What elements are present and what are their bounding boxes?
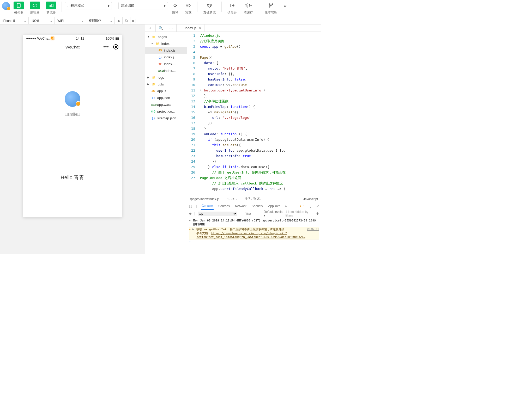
caret-down-icon: ⌄	[50, 19, 52, 23]
tree-label: sitemap.json	[157, 116, 176, 120]
devtools-tabs: ⬚ | Console Sources Network Security App…	[187, 202, 321, 210]
motto-label: Hello 青青	[61, 174, 84, 181]
tree-file-indexwxss[interactable]: wxssindex.…	[145, 67, 187, 74]
version-button[interactable]: 版本管理	[262, 2, 280, 15]
tab-security[interactable]: Security	[251, 202, 263, 210]
more-button[interactable]: »	[281, 2, 289, 9]
refresh-icon: ⟳	[173, 2, 177, 9]
tab-appdata[interactable]: AppData	[268, 202, 281, 210]
user-avatar[interactable]	[2, 2, 10, 10]
warn-badge[interactable]: ▲ 1	[299, 204, 305, 208]
simulator-pane: ●●●●● WeChat 📶 14:12 100% ▮▮ WeChat ••• …	[0, 24, 145, 254]
console-row[interactable]: ▼ Mon Jun 03 2019 14:12:54 GMT+0800 (CST…	[189, 218, 319, 227]
preview-button[interactable]: 预览	[183, 2, 194, 15]
more-tabs-icon[interactable]: »	[285, 204, 287, 208]
mute-icon[interactable]: 🕩	[115, 17, 123, 24]
context-select[interactable]: top	[198, 212, 237, 216]
collapse-icon[interactable]: ⇤|	[130, 17, 138, 24]
real-device-label: 真机调试	[203, 10, 216, 15]
clear-cache-button[interactable]: ▾ 清缓存	[241, 2, 256, 15]
code-editor[interactable]: 1234567891011121314151617181920212223242…	[187, 32, 321, 254]
tree-file-appjs[interactable]: JSapp.js	[145, 88, 187, 94]
simop-select[interactable]: 模拟操作⌄	[86, 17, 115, 24]
detach-icon[interactable]: ⧉	[123, 17, 130, 24]
devtools-dock-icon[interactable]: ⤢	[316, 204, 319, 208]
editor-button[interactable]: 编辑器	[28, 2, 42, 15]
log-link[interactable]: appservice?t=1559542373459:1099	[262, 219, 316, 222]
close-icon[interactable]: ×	[199, 26, 201, 30]
network-select[interactable]: WiFi⌄	[55, 17, 86, 24]
mode-select[interactable]: 小程序模式 ▾	[65, 2, 112, 9]
log-title: 接口调整	[193, 223, 205, 226]
caret-down-icon: ▾	[108, 4, 110, 8]
devtools-menu-icon[interactable]: ⋮	[309, 204, 312, 208]
status-path: /pages/index/index.js	[190, 197, 219, 201]
svg-point-4	[188, 5, 189, 6]
warn-url[interactable]: https://developers.weixin.qq.com/blogdet…	[196, 232, 305, 239]
warn-source[interactable]: VM363:1	[307, 227, 319, 231]
menu-dots-icon[interactable]: •••	[103, 44, 109, 50]
separator	[62, 2, 62, 12]
real-device-button[interactable]: 真机调试	[201, 2, 218, 15]
layers-icon: ▾	[245, 2, 252, 9]
tree-folder-index[interactable]: ▼📁index	[145, 40, 187, 47]
branch-icon	[268, 2, 274, 9]
filter-input[interactable]	[243, 211, 261, 216]
bug-icon	[207, 2, 212, 9]
debugger-button[interactable]: 调试器	[44, 2, 58, 15]
tree-file-indexjs[interactable]: JSindex.js	[145, 47, 187, 54]
gear-icon[interactable]: ⚙	[316, 212, 319, 215]
tree-folder-utils[interactable]: ▶📁utils	[145, 81, 187, 88]
close-target-icon[interactable]	[113, 44, 118, 50]
tree-label: index	[161, 42, 170, 46]
console-prompt[interactable]: ›	[189, 239, 319, 244]
tree-file-appwxss[interactable]: wxssapp.wxss	[145, 101, 187, 108]
background-label: 切后台	[227, 10, 237, 15]
exit-icon	[230, 2, 235, 9]
svg-point-8	[272, 4, 273, 5]
compile-button[interactable]: ⟳ 编译	[170, 2, 181, 15]
tree-file-indexjson[interactable]: { }index.j…	[145, 54, 187, 60]
hidden-label: 1 item hidden by filters	[285, 210, 313, 217]
tab-sources[interactable]: Sources	[218, 202, 230, 210]
clear-cache-label: 清缓存	[244, 10, 253, 15]
console-filter-bar: ⊘ | top | Default levels ▾ 1 item hidden…	[187, 210, 321, 217]
simulator-button[interactable]: 模拟器	[11, 2, 26, 15]
svg-point-7	[269, 6, 270, 7]
device-select[interactable]: iPhone 5⌄	[0, 17, 29, 24]
compile-select[interactable]: 普通编译 ▾	[118, 2, 168, 9]
warn-doc-label: 参考文档：	[196, 232, 211, 235]
search-icon[interactable]: 🔍	[156, 24, 166, 32]
tree-file-sitemap[interactable]: { }sitemap.json	[145, 115, 187, 121]
background-button[interactable]: 切后台	[225, 2, 239, 15]
line-gutter: 1234567891011121314151617181920212223242…	[187, 32, 198, 196]
editor-tab-indexjs[interactable]: index.js ×	[182, 24, 204, 32]
user-avatar-large[interactable]	[65, 91, 80, 107]
clear-console-icon[interactable]: ⊘	[189, 212, 192, 215]
new-file-icon[interactable]: ＋	[145, 24, 156, 32]
editor-tabbar: ＋ 🔍 ⋯ index.js ×	[145, 24, 321, 32]
console-output: ▼ Mon Jun 03 2019 14:12:54 GMT+0800 (CST…	[187, 217, 321, 254]
tree-folder-pages[interactable]: ▼📁pages	[145, 33, 187, 40]
tree-file-appjson[interactable]: { }app.json	[145, 94, 187, 101]
caret-down-icon: ⌄	[110, 19, 112, 23]
tree-file-project[interactable]: {o}project.co…	[145, 108, 187, 115]
more-icon[interactable]: ⋯	[166, 24, 177, 32]
code-lines[interactable]: //index.js//获取应用实例const app = getApp() P…	[198, 32, 288, 196]
tree-label: index.…	[164, 62, 177, 66]
preview-label: 预览	[185, 10, 191, 15]
tree-file-indexwxml[interactable]: <>index.…	[145, 60, 187, 67]
zoom-label: 100%	[31, 19, 39, 23]
svg-point-5	[208, 4, 211, 7]
levels-select[interactable]: Default levels ▾	[264, 210, 283, 217]
tree-label: app.wxss	[157, 103, 171, 107]
inspect-icon[interactable]: ⬚	[189, 204, 192, 208]
phone-frame: ●●●●● WeChat 📶 14:12 100% ▮▮ WeChat ••• …	[23, 35, 122, 217]
file-tree: ▼📁pages ▼📁index JSindex.js { }index.j… <…	[145, 32, 187, 254]
tree-folder-logs[interactable]: ▶📁logs	[145, 74, 187, 81]
console-row-warn[interactable]: ▲ ▶ 获取 wx.getUserInfo 接口后续将不再出现授权弹窗，请注意升…	[189, 227, 319, 239]
tab-network[interactable]: Network	[234, 202, 247, 210]
tree-label: index.j…	[164, 55, 177, 59]
tab-console[interactable]: Console	[201, 202, 214, 210]
zoom-select[interactable]: 100%⌄	[29, 17, 55, 24]
